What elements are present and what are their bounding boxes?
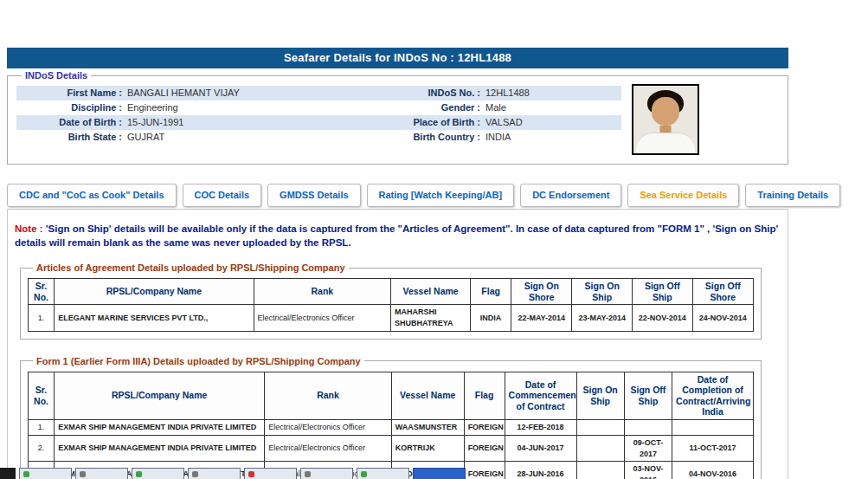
table-cell: 04-JUN-2017	[505, 435, 576, 461]
photo-shirt-shape	[636, 133, 695, 155]
table-cell: Electrical/Electronics Officer	[254, 305, 390, 331]
app-icon	[192, 471, 198, 477]
taskbar-item[interactable]	[75, 468, 128, 479]
photo-face-shape	[652, 97, 679, 126]
column-header: Date of Completion of Contract/Arriving …	[672, 372, 754, 419]
field-value: VALSAD	[485, 115, 621, 130]
app-icon	[305, 471, 311, 477]
app-icon	[80, 471, 86, 477]
taskbar-item[interactable]	[132, 468, 184, 479]
table-cell: MAHARSHI SHUBHATREYA	[390, 305, 470, 331]
table-cell: KORTRIJK	[391, 435, 464, 461]
tab-dc-endorsement[interactable]: DC Endorsement	[520, 184, 621, 207]
table-cell: 09-OCT-2017	[624, 435, 672, 461]
taskbar-item-active[interactable]	[413, 468, 466, 479]
table-cell: FOREIGN	[464, 435, 505, 461]
indos-details-rows: First Name :BANGALI HEMANT VIJAYINDoS No…	[16, 86, 621, 145]
seafarer-photo	[632, 84, 699, 155]
column-header: Sign On Ship	[576, 372, 624, 419]
detail-row: Discipline :EngineeringGender :Male	[16, 100, 621, 115]
column-header: RPSL/Company Name	[55, 372, 265, 419]
app-icon	[361, 471, 367, 477]
page-title: Seafarer Details for INDoS No : 12HL1488	[7, 48, 788, 68]
column-header: Sr. No.	[29, 372, 55, 419]
form1-table: Sr. No.RPSL/Company NameRankVessel NameF…	[28, 372, 754, 479]
articles-legend: Articles of Agreement Details uploaded b…	[33, 262, 349, 273]
column-header: Sign On Ship	[572, 279, 633, 305]
table-cell: INDIA	[471, 305, 511, 331]
app-icon	[136, 471, 142, 477]
app-icon	[248, 471, 254, 477]
column-header: Sign On Shore	[511, 279, 572, 305]
field-label: Gender :	[389, 100, 485, 115]
table-cell: 22-MAY-2014	[511, 305, 572, 331]
seafarer-details-page: Seafarer Details for INDoS No : 12HL1488…	[7, 48, 788, 479]
field-value: Male	[485, 100, 621, 115]
taskbar	[0, 468, 868, 479]
taskbar-start-button[interactable]	[0, 468, 16, 479]
field-label: Place of Birth :	[389, 115, 485, 130]
indos-details-section: INDoS Details First Name :BANGALI HEMANT…	[7, 70, 788, 165]
form1-header-row: Sr. No.RPSL/Company NameRankVessel NameF…	[29, 372, 754, 419]
tab-sea-service-details[interactable]: Sea Service Details	[627, 184, 739, 207]
tab-rating-watch-keeping-ab[interactable]: Rating [Watch Keeping/AB]	[367, 184, 515, 207]
detail-row: Date of Birth :15-JUN-1991Place of Birth…	[16, 115, 621, 130]
field-value: 15-JUN-1991	[127, 115, 389, 130]
table-cell: 22-NOV-2014	[633, 305, 693, 331]
indos-details-legend: INDoS Details	[22, 70, 91, 81]
taskbar-item[interactable]	[357, 468, 409, 479]
sea-service-panel: Note : 'Sign on Ship' details will be av…	[7, 209, 788, 479]
indos-details-body: First Name :BANGALI HEMANT VIJAYINDoS No…	[16, 82, 782, 155]
form1-section: Form 1 (Earlier Form IIIA) Details uploa…	[20, 356, 762, 479]
taskbar-item[interactable]	[19, 468, 72, 479]
detail-row: Birth State :GUJRATBirth Country :INDIA	[16, 130, 621, 145]
taskbar-item[interactable]	[244, 468, 297, 479]
field-label: Discipline :	[16, 100, 127, 115]
note-prefix: Note :	[15, 223, 43, 234]
table-cell: WAASMUNSTER	[391, 419, 464, 435]
table-cell: 1.	[29, 419, 55, 435]
field-value: BANGALI HEMANT VIJAY	[127, 86, 389, 100]
tab-gmdss-details[interactable]: GMDSS Details	[267, 184, 360, 207]
table-row: 1.ELEGANT MARINE SERVICES PVT LTD.,Elect…	[29, 305, 754, 331]
table-cell	[576, 435, 624, 461]
table-cell: EXMAR SHIP MANAGEMENT INDIA PRIVATE LIMI…	[55, 435, 265, 461]
note-body: 'Sign on Ship' details will be available…	[15, 223, 778, 248]
column-header: Flag	[471, 279, 511, 305]
table-cell: Electrical/Electronics Officer	[265, 435, 392, 461]
column-header: Vessel Name	[390, 279, 470, 305]
field-label: Birth State :	[16, 130, 127, 145]
table-cell: FOREIGN	[464, 419, 505, 435]
table-cell	[672, 419, 754, 435]
detail-row: First Name :BANGALI HEMANT VIJAYINDoS No…	[16, 86, 621, 100]
column-header: Sr. No.	[29, 279, 55, 305]
field-value: Engineering	[127, 100, 389, 115]
form1-legend: Form 1 (Earlier Form IIIA) Details uploa…	[33, 356, 364, 366]
field-label: Date of Birth :	[16, 115, 127, 130]
tabs: CDC and "CoC as Cook" DetailsCOC Details…	[7, 184, 788, 207]
field-label: Birth Country :	[389, 130, 485, 145]
column-header: Sign Off Ship	[624, 372, 672, 419]
table-cell: 2.	[29, 435, 55, 461]
app-icon	[23, 471, 29, 477]
column-header: Sign Off Shore	[692, 279, 753, 305]
table-cell	[576, 419, 624, 435]
column-header: Vessel Name	[391, 372, 464, 419]
tab-coc-details[interactable]: COC Details	[183, 184, 262, 207]
field-value: GUJRAT	[127, 130, 389, 145]
column-header: Sign Off Ship	[633, 279, 693, 305]
table-row: 2.EXMAR SHIP MANAGEMENT INDIA PRIVATE LI…	[29, 435, 754, 461]
taskbar-item[interactable]	[188, 468, 241, 479]
table-cell: Electrical/Electronics Officer	[265, 419, 392, 435]
tab-training-details[interactable]: Training Details	[745, 184, 840, 207]
field-value: 12HL1488	[485, 86, 621, 100]
field-value: INDIA	[485, 130, 621, 145]
column-header: Date of Commencement of Contract	[505, 372, 576, 419]
articles-table-body: 1.ELEGANT MARINE SERVICES PVT LTD.,Elect…	[29, 305, 754, 331]
table-cell: 1.	[29, 305, 55, 331]
taskbar-item[interactable]	[300, 468, 353, 479]
table-cell: 24-NOV-2014	[692, 305, 753, 331]
column-header: Rank	[265, 372, 392, 419]
field-label: INDoS No. :	[389, 86, 485, 100]
tab-cdc-and-coc-as-cook-details[interactable]: CDC and "CoC as Cook" Details	[7, 184, 177, 207]
